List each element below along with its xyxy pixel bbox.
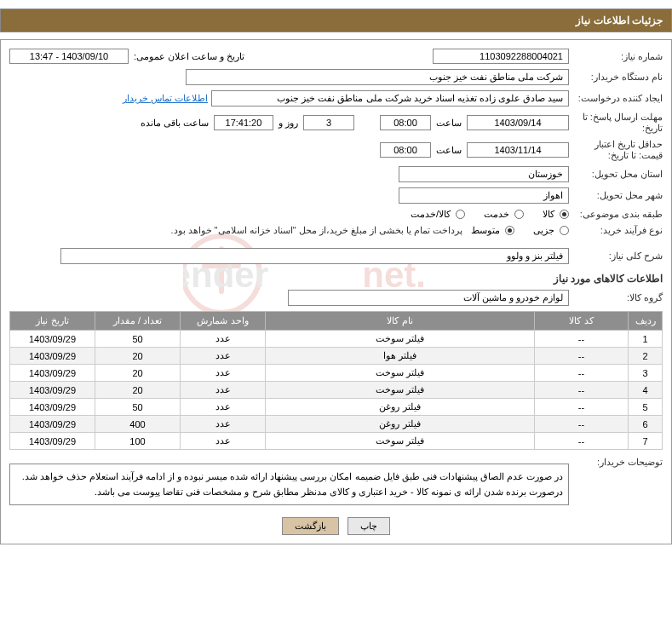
cell-qty: 400 xyxy=(95,416,181,433)
province-label: استان محل تحویل: xyxy=(569,169,663,180)
cell-date: 1403/09/29 xyxy=(10,365,95,382)
need-number-label: شماره نیاز: xyxy=(569,51,663,62)
cell-name: فیلتر روغن xyxy=(266,416,535,433)
col-qty: تعداد / مقدار xyxy=(95,312,181,331)
cell-name: فیلتر سوخت xyxy=(266,365,535,382)
cell-row: 7 xyxy=(629,433,663,450)
col-name: نام کالا xyxy=(266,312,535,331)
need-desc-value: فیلتر بنز و ولوو xyxy=(60,248,569,264)
goods-section-title: اطلاعات کالاهای مورد نیاز xyxy=(9,273,663,285)
cell-date: 1403/09/29 xyxy=(10,416,95,433)
cell-name: فیلتر سوخت xyxy=(266,382,535,399)
category-radios: کالا خدمت کالا/خدمت xyxy=(411,209,569,220)
cell-date: 1403/09/29 xyxy=(10,331,95,348)
need-number-value: 1103092288004021 xyxy=(433,49,569,64)
validity-label: حداقل تاریخ اعتبار قیمت: تا تاریخ: xyxy=(569,139,663,161)
radio-service[interactable] xyxy=(514,210,524,219)
days-and-label: روز و xyxy=(273,118,303,129)
time-label-1: ساعت xyxy=(431,118,467,129)
radio-both[interactable] xyxy=(456,210,465,219)
cell-unit: عدد xyxy=(181,433,266,450)
radio-both-label: کالا/خدمت xyxy=(411,209,451,220)
deadline-time-value: 08:00 xyxy=(380,115,431,130)
table-row: 4--فیلتر سوختعدد201403/09/29 xyxy=(10,382,663,399)
detail-panel: AriaTender .net شماره نیاز: 110309228800… xyxy=(0,39,672,544)
col-code: کد کالا xyxy=(535,312,629,331)
back-button[interactable]: بازگشت xyxy=(282,517,339,535)
radio-service-label: خدمت xyxy=(484,209,509,220)
cell-qty: 50 xyxy=(95,399,181,416)
radio-partial-label: جزیی xyxy=(533,225,554,236)
time-label-2: ساعت xyxy=(431,145,467,156)
cell-qty: 100 xyxy=(95,433,181,450)
announce-dt-value: 1403/09/10 - 13:47 xyxy=(9,49,129,64)
page-title: جزئیات اطلاعات نیاز xyxy=(0,9,672,32)
cell-unit: عدد xyxy=(181,382,266,399)
buyer-notes-box: در صورت عدم الصاق پیشنهادات فنی طبق فایل… xyxy=(9,464,569,505)
city-value: اهواز xyxy=(399,187,569,204)
cell-code: -- xyxy=(535,416,629,433)
cell-name: فیلتر هوا xyxy=(266,348,535,365)
days-left-value: 3 xyxy=(303,115,354,130)
radio-goods-label: کالا xyxy=(543,209,554,220)
cell-code: -- xyxy=(535,433,629,450)
print-button[interactable]: چاپ xyxy=(347,517,390,535)
cell-unit: عدد xyxy=(181,331,266,348)
process-radios: جزیی متوسط xyxy=(471,225,569,236)
cell-date: 1403/09/29 xyxy=(10,382,95,399)
time-left-value: 17:41:20 xyxy=(214,115,273,130)
cell-row: 3 xyxy=(629,365,663,382)
cell-unit: عدد xyxy=(181,365,266,382)
validity-time-value: 08:00 xyxy=(380,142,431,158)
table-row: 5--فیلتر روغنعدد501403/09/29 xyxy=(10,399,663,416)
deadline-label: مهلت ارسال پاسخ: تا تاریخ: xyxy=(569,112,663,134)
city-label: شهر محل تحویل: xyxy=(569,190,663,201)
cell-name: فیلتر سوخت xyxy=(266,331,535,348)
cell-date: 1403/09/29 xyxy=(10,399,95,416)
radio-goods[interactable] xyxy=(560,210,569,219)
buyer-notes-line2: درصورت برنده شدن ارائه ی نمونه کالا - خر… xyxy=(15,485,563,500)
buyer-contact-link[interactable]: اطلاعات تماس خریدار xyxy=(123,93,208,104)
cell-code: -- xyxy=(535,348,629,365)
col-date: تاریخ نیاز xyxy=(10,312,95,331)
radio-partial[interactable] xyxy=(560,226,569,235)
cell-code: -- xyxy=(535,331,629,348)
cell-code: -- xyxy=(535,382,629,399)
cell-unit: عدد xyxy=(181,399,266,416)
cell-unit: عدد xyxy=(181,416,266,433)
table-row: 2--فیلتر هواعدد201403/09/29 xyxy=(10,348,663,365)
cell-row: 2 xyxy=(629,348,663,365)
cell-unit: عدد xyxy=(181,348,266,365)
cell-row: 4 xyxy=(629,382,663,399)
cell-code: -- xyxy=(535,365,629,382)
radio-medium[interactable] xyxy=(505,226,514,235)
buyer-org-label: نام دستگاه خریدار: xyxy=(569,72,663,83)
province-value: خوزستان xyxy=(399,166,569,182)
cell-code: -- xyxy=(535,399,629,416)
need-desc-label: شرح کلی نیاز: xyxy=(569,251,663,262)
col-row: ردیف xyxy=(629,312,663,331)
cell-qty: 50 xyxy=(95,331,181,348)
cell-qty: 20 xyxy=(95,382,181,399)
cell-name: فیلتر روغن xyxy=(266,399,535,416)
cell-row: 6 xyxy=(629,416,663,433)
cell-date: 1403/09/29 xyxy=(10,348,95,365)
cell-name: فیلتر سوخت xyxy=(266,433,535,450)
process-note: پرداخت تمام یا بخشی از مبلغ خرید،از محل … xyxy=(170,225,462,236)
buyer-notes-line1: در صورت عدم الصاق پیشنهادات فنی طبق فایل… xyxy=(15,469,563,485)
cell-row: 1 xyxy=(629,331,663,348)
buyer-org-value: شرکت ملی مناطق نفت خیز جنوب xyxy=(186,69,569,85)
process-label: نوع فرآیند خرید: xyxy=(569,225,663,236)
announce-dt-label: تاریخ و ساعت اعلان عمومی: xyxy=(129,51,250,62)
validity-date-value: 1403/11/14 xyxy=(467,142,569,158)
group-value: لوازم خودرو و ماشین آلات xyxy=(288,290,569,306)
table-row: 6--فیلتر روغنعدد4001403/09/29 xyxy=(10,416,663,433)
buyer-notes-label: توضیحات خریدار: xyxy=(569,457,663,468)
cell-qty: 20 xyxy=(95,348,181,365)
creator-value: سید صادق علوی زاده تغذیه اسناد خرید شرکت… xyxy=(211,90,569,107)
radio-medium-label: متوسط xyxy=(471,225,500,236)
goods-table: ردیف کد کالا نام کالا واحد شمارش تعداد /… xyxy=(9,311,663,450)
table-row: 7--فیلتر سوختعدد1001403/09/29 xyxy=(10,433,663,450)
col-unit: واحد شمارش xyxy=(181,312,266,331)
table-row: 3--فیلتر سوختعدد201403/09/29 xyxy=(10,365,663,382)
